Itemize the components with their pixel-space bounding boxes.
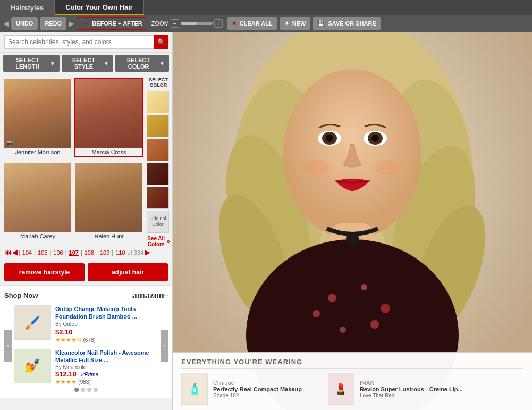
select-color-dropdown[interactable]: SELECT COLOR ▼ xyxy=(115,55,169,72)
tab-color-your-own[interactable]: Color Your Own Hair xyxy=(55,0,144,15)
search-bar: 🔍 xyxy=(0,32,172,53)
pagination-prev-button[interactable]: ◀ xyxy=(12,248,18,256)
shop-dot-2[interactable] xyxy=(81,388,85,392)
wearing-items: 🧴 Clinique Perfectly Real Compact Makeup… xyxy=(181,373,523,405)
wearing-thumb-1[interactable]: 🧴 xyxy=(181,373,208,405)
wearing-name-2[interactable]: Revlon Super Lustrous - Creme Lip... xyxy=(360,386,463,392)
page-num-105[interactable]: 105 xyxy=(37,249,48,256)
svg-point-26 xyxy=(346,232,359,245)
product-stars-1: ★★★★½ xyxy=(55,337,81,343)
product-thumb-2: 💅 xyxy=(14,349,51,383)
page-num-109[interactable]: 109 xyxy=(99,249,111,256)
pagination-next-button[interactable]: ▶ xyxy=(145,248,150,256)
chevron-right-icon: » xyxy=(166,238,170,245)
wearing-info-1: Clinique Perfectly Real Compact Makeup S… xyxy=(213,380,302,398)
shop-dot-4[interactable] xyxy=(94,388,98,392)
celeb-item-jennifer-morrison[interactable]: 📷 Jennifer Morrison xyxy=(3,78,72,157)
products-prev-button[interactable]: ‹ xyxy=(4,330,12,362)
wearing-detail-1: Shade 102 xyxy=(213,392,302,398)
chevron-down-icon: ▼ xyxy=(159,61,165,66)
chevron-down-icon: ▼ xyxy=(104,61,109,66)
before-after-button[interactable]: ↔ BEFORE + AFTER xyxy=(77,17,147,30)
pagination-first-button[interactable]: ⏮ xyxy=(4,248,11,256)
wearing-brand-1: Clinique xyxy=(213,380,302,386)
new-button[interactable]: ✦ NEW xyxy=(280,17,311,30)
product-price-1: $2.10 xyxy=(55,328,158,336)
wearing-title: Everything You're Wearing xyxy=(181,358,523,369)
filter-row: SELECT LENGTH ▼ SELECT STYLE ▼ SELECT CO… xyxy=(0,53,172,74)
clear-all-button[interactable]: ✕ CLEAR ALL xyxy=(227,17,277,30)
product-title-2[interactable]: Kleancolor Nail Polish - Awesome Metalli… xyxy=(55,349,158,364)
color-swatch-1[interactable] xyxy=(147,91,169,113)
remove-hairstyle-button[interactable]: remove hairstyle xyxy=(4,263,85,281)
product-reviews-2: (983) xyxy=(78,379,90,385)
zoom-control: ZOOM − + xyxy=(151,19,223,28)
products-next-button[interactable]: › xyxy=(161,330,168,362)
sidebar: 🔍 SELECT LENGTH ▼ SELECT STYLE ▼ SELECT … xyxy=(0,32,173,410)
product-by-2: By Kleancolor xyxy=(55,364,158,370)
color-swatch-5[interactable] xyxy=(147,187,169,209)
prime-badge: ✓Prime xyxy=(80,372,98,378)
wearing-divider xyxy=(315,373,315,405)
wearing-bar: Everything You're Wearing 🧴 Clinique Per… xyxy=(173,352,532,410)
wearing-thumb-2[interactable]: 💄 xyxy=(328,373,354,405)
color-swatch-2[interactable] xyxy=(147,115,169,137)
color-swatch-original[interactable]: Original Color xyxy=(147,211,169,233)
wearing-brand-2: IMAN xyxy=(360,380,463,386)
action-buttons: remove hairstyle adjust hair xyxy=(0,260,172,285)
chevron-down-icon: ▼ xyxy=(50,61,55,66)
redo-button[interactable]: REDO xyxy=(40,17,66,30)
celeb-name: Marcia Cross xyxy=(75,148,142,156)
celeb-item-marcia-cross[interactable]: Marcia Cross xyxy=(74,78,143,157)
shop-dot-3[interactable] xyxy=(87,388,91,392)
shop-now-label: Shop Now xyxy=(4,291,38,299)
celeb-name: Jennifer Morrison xyxy=(4,148,71,156)
search-input[interactable] xyxy=(4,35,154,49)
amazon-logo: amazon~ xyxy=(132,290,168,301)
page-num-108[interactable]: 108 xyxy=(83,249,95,256)
page-num-106[interactable]: 106 xyxy=(52,249,64,256)
page-num-110[interactable]: 110 xyxy=(114,249,126,256)
select-style-dropdown[interactable]: SELECT STYLE ▼ xyxy=(62,55,113,72)
svg-point-15 xyxy=(371,135,379,142)
shop-dots xyxy=(4,386,168,394)
select-length-dropdown[interactable]: SELECT LENGTH ▼ xyxy=(3,55,60,72)
celeb-name: Mariah Carey xyxy=(4,232,71,240)
save-button[interactable]: 💾 SAVE OR SHARE xyxy=(313,17,381,30)
page-num-104[interactable]: 104 xyxy=(21,249,33,256)
adjust-hair-button[interactable]: adjust hair xyxy=(88,263,168,281)
select-color-label: SELECT COLOR xyxy=(147,77,170,89)
celeb-item-helen-hunt[interactable]: Helen Hunt xyxy=(74,162,143,241)
product-item-2: 💅 Kleancolor Nail Polish - Awesome Metal… xyxy=(14,349,158,386)
toolbar: ◀ UNDO REDO ▶ ↔ BEFORE + AFTER ZOOM − + … xyxy=(0,15,532,32)
product-title-1[interactable]: Outop Change Makeup Tools Foundation Bru… xyxy=(55,305,158,321)
product-info-1: Outop Change Makeup Tools Foundation Bru… xyxy=(55,305,158,344)
zoom-label: ZOOM xyxy=(151,20,169,27)
amazon-shop: Shop Now amazon~ ‹ 🖌️ Outop Change Makeu… xyxy=(0,285,172,398)
svg-point-22 xyxy=(381,304,390,313)
wearing-name-1[interactable]: Perfectly Real Compact Makeup xyxy=(213,386,302,392)
product-by-1: By Outop xyxy=(55,321,158,327)
zoom-plus-button[interactable]: + xyxy=(214,19,223,28)
color-swatch-4[interactable] xyxy=(147,163,169,185)
search-button[interactable]: 🔍 xyxy=(154,35,168,49)
undo-button[interactable]: UNDO xyxy=(11,17,38,30)
see-all-colors-link[interactable]: See All Colors » xyxy=(147,235,170,247)
search-icon: 🔍 xyxy=(157,38,165,46)
product-info-2: Kleancolor Nail Polish - Awesome Metalli… xyxy=(55,349,158,386)
wearing-item-1: 🧴 Clinique Perfectly Real Compact Makeup… xyxy=(181,373,302,405)
shop-dot-1[interactable] xyxy=(74,388,79,392)
page-num-107[interactable]: 107 xyxy=(68,249,80,256)
zoom-slider[interactable] xyxy=(181,22,213,25)
zoom-minus-button[interactable]: − xyxy=(171,19,179,28)
svg-point-21 xyxy=(361,284,367,290)
svg-point-23 xyxy=(313,310,320,317)
undo-arrow-icon: ◀ xyxy=(3,19,9,28)
color-swatch-3[interactable] xyxy=(147,139,169,161)
wearing-item-2: 💄 IMAN Revlon Super Lustrous - Creme Lip… xyxy=(328,373,463,405)
tab-hairstyles[interactable]: Hairstyles xyxy=(0,0,55,15)
product-reviews-1: (678) xyxy=(83,337,96,343)
celeb-item-mariah-carey[interactable]: Mariah Carey xyxy=(3,162,72,241)
main-image-area: Everything You're Wearing 🧴 Clinique Per… xyxy=(173,32,532,410)
page-sep: | xyxy=(19,249,20,256)
